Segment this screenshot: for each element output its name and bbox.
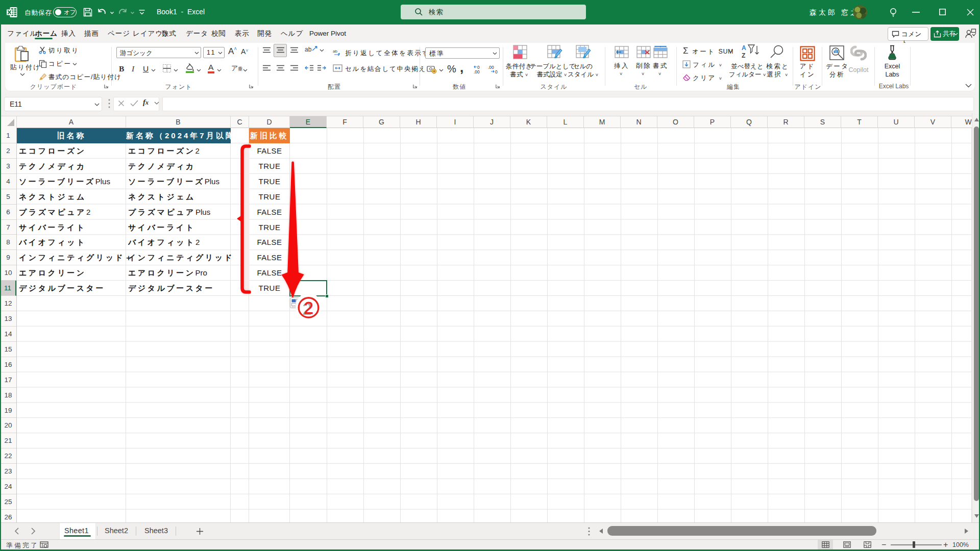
svg-text:Z: Z xyxy=(742,52,745,59)
svg-text:ab: ab xyxy=(333,49,337,54)
svg-text:0: 0 xyxy=(495,69,498,74)
svg-text:A: A xyxy=(742,44,746,52)
svg-text:.00: .00 xyxy=(488,65,494,70)
svg-text:.00: .00 xyxy=(474,69,480,74)
